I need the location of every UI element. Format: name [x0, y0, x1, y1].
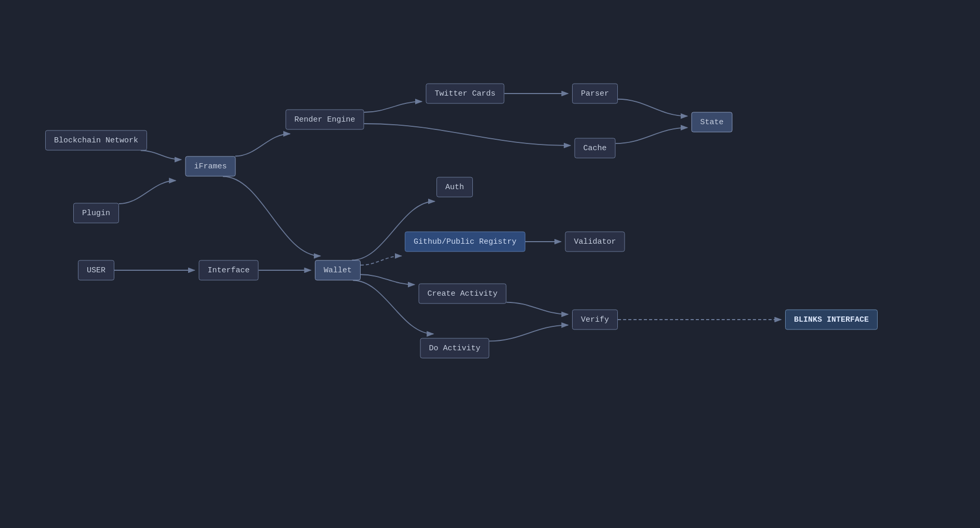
- node-create_activity: Create Activity: [418, 284, 506, 304]
- node-state: State: [691, 112, 732, 133]
- diagram-container: Blockchain NetworkPluginUSERiFramesInter…: [0, 0, 980, 528]
- node-verify: Verify: [572, 310, 618, 330]
- node-wallet: Wallet: [315, 260, 361, 281]
- node-blockchain: Blockchain Network: [45, 130, 147, 151]
- node-do_activity: Do Activity: [420, 338, 489, 359]
- node-parser: Parser: [572, 84, 618, 104]
- node-validator: Validator: [565, 232, 625, 252]
- connections-svg: [0, 0, 980, 528]
- node-github_registry: Github/Public Registry: [405, 232, 525, 252]
- node-cache: Cache: [574, 138, 615, 159]
- node-render_engine: Render Engine: [285, 110, 364, 130]
- node-plugin: Plugin: [73, 203, 119, 223]
- node-auth: Auth: [436, 177, 473, 197]
- node-twitter_cards: Twitter Cards: [426, 84, 504, 104]
- node-iframes: iFrames: [185, 156, 235, 177]
- node-interface: Interface: [198, 260, 258, 281]
- node-blinks_interface: BLINKS INTERFACE: [785, 310, 878, 330]
- node-user: USER: [78, 260, 114, 281]
